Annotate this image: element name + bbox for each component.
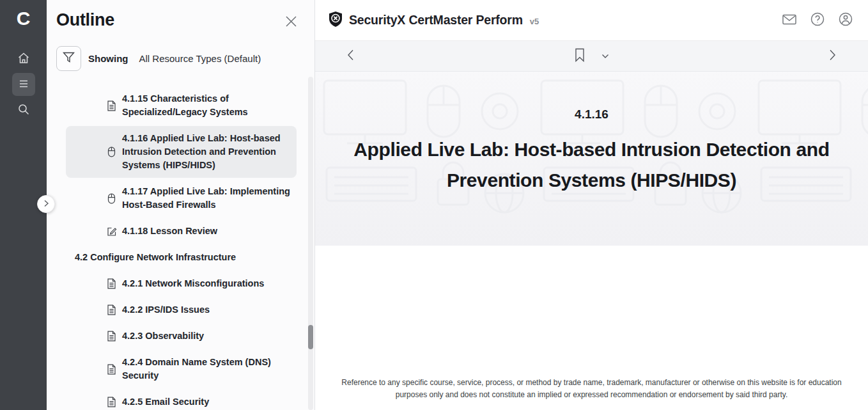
outline-item-label: 4.1.16 Applied Live Lab: Host-based Intr… [122, 132, 291, 172]
help-icon [810, 12, 825, 29]
document-icon [107, 304, 117, 315]
app-header: SecurityX CertMaster Perform v5 [315, 0, 868, 41]
bookmark-icon [575, 48, 585, 64]
outline-item-label: 4.1.18 Lesson Review [122, 225, 217, 238]
main-area: SecurityX CertMaster Perform v5 [315, 0, 868, 410]
banner-content: 4.1.16 Applied Live Lab: Host-based Intr… [315, 107, 868, 196]
outline-item-4-2-4[interactable]: 4.2.4 Domain Name System (DNS) Security [66, 350, 297, 388]
outline-scrollbar[interactable] [308, 77, 313, 410]
outline-item-4-2-3[interactable]: 4.2.3 Observability [66, 324, 297, 349]
document-icon [107, 397, 117, 407]
mail-icon [782, 13, 797, 28]
outline-item-4-1-18[interactable]: 4.1.18 Lesson Review [66, 219, 297, 244]
account-icon [838, 12, 853, 29]
account-button[interactable] [836, 11, 855, 30]
header-actions [780, 11, 855, 30]
messages-button[interactable] [780, 11, 799, 30]
bookmark-menu-button[interactable] [599, 49, 612, 63]
section-number: 4.1.16 [315, 107, 868, 122]
lesson-banner: 4.1.16 Applied Live Lab: Host-based Intr… [315, 72, 868, 246]
outline-item-label: 4.2.3 Observability [122, 329, 204, 343]
outline-item-label: 4.1.15 Characteristics of Specialized/Le… [122, 92, 291, 119]
next-page-button[interactable] [826, 47, 839, 65]
outline-section-4-2: 4.2 Configure Network Infrastructure [66, 245, 297, 270]
outline-panel: Outline Showing All Resource Types (Defa… [47, 0, 315, 410]
outline-item-4-2-5[interactable]: 4.2.5 Email Security [66, 390, 297, 410]
panel-collapse-button[interactable] [37, 195, 55, 213]
app-title: SecurityX CertMaster Perform [349, 13, 523, 28]
help-button[interactable] [808, 11, 827, 30]
outline-item-label: 4.1.17 Applied Live Lab: Implementing Ho… [122, 185, 291, 212]
outline-panel-title: Outline [56, 10, 114, 30]
outline-item-label: 4.2.5 Email Security [122, 395, 209, 409]
disclaimer: Reference to any specific course, servic… [315, 377, 868, 400]
filter-showing-label: Showing [88, 53, 128, 64]
disclaimer-text: Reference to any specific course, servic… [339, 377, 844, 400]
outline-scrollbar-thumb[interactable] [308, 325, 313, 349]
outline-item-4-2-2[interactable]: 4.2.2 IPS/IDS Issues [66, 297, 297, 322]
outline-item-4-2-1[interactable]: 4.2.1 Network Misconfigurations [66, 271, 297, 296]
search-button[interactable] [12, 99, 35, 122]
home-icon [17, 51, 31, 67]
lesson-toolbar [315, 41, 868, 72]
chevron-right-icon [829, 49, 836, 63]
home-button[interactable] [12, 47, 35, 70]
outline-section-label: 4.2 Configure Network Infrastructure [75, 251, 236, 264]
comptia-logo: C [17, 5, 31, 32]
shield-icon [328, 11, 343, 30]
outline-item-4-1-17[interactable]: 4.1.17 Applied Live Lab: Implementing Ho… [66, 179, 297, 217]
outline-close-button[interactable] [283, 14, 299, 31]
edit-icon [107, 226, 117, 237]
search-icon [17, 102, 31, 118]
brand: SecurityX CertMaster Perform v5 [328, 11, 539, 30]
outline-button[interactable] [12, 73, 35, 96]
outline-header: Outline [47, 0, 314, 31]
chevron-down-icon [601, 51, 609, 61]
mouse-icon [107, 193, 117, 204]
list-icon [17, 77, 30, 92]
bookmark-button[interactable] [572, 45, 587, 67]
outline-item-label: 4.2.2 IPS/IDS Issues [122, 303, 210, 317]
outline-item-label: 4.2.1 Network Misconfigurations [122, 277, 264, 290]
toolbar-center [357, 45, 826, 67]
lesson-title: Applied Live Lab: Host-based Intrusion D… [317, 134, 867, 196]
previous-page-button[interactable] [345, 47, 357, 65]
chevron-right-icon [43, 200, 49, 209]
outline-list: 4.1.15 Characteristics of Specialized/Le… [47, 86, 314, 410]
document-icon [107, 278, 117, 289]
filter-button[interactable] [56, 46, 81, 71]
document-icon [107, 100, 117, 111]
outline-item-4-1-15[interactable]: 4.1.15 Characteristics of Specialized/Le… [66, 86, 297, 125]
filter-row: Showing All Resource Types (Default) [56, 46, 314, 71]
outline-item-label: 4.2.4 Domain Name System (DNS) Security [122, 356, 291, 382]
document-icon [107, 331, 117, 342]
app-version: v5 [530, 17, 539, 26]
mouse-icon [107, 146, 117, 157]
document-icon [107, 364, 117, 375]
close-icon [284, 15, 298, 30]
filter-value: All Resource Types (Default) [139, 53, 261, 64]
chevron-left-icon [347, 49, 354, 63]
funnel-icon [63, 52, 75, 65]
outline-item-4-1-16[interactable]: 4.1.16 Applied Live Lab: Host-based Intr… [66, 126, 297, 178]
rail-nav [12, 47, 35, 122]
